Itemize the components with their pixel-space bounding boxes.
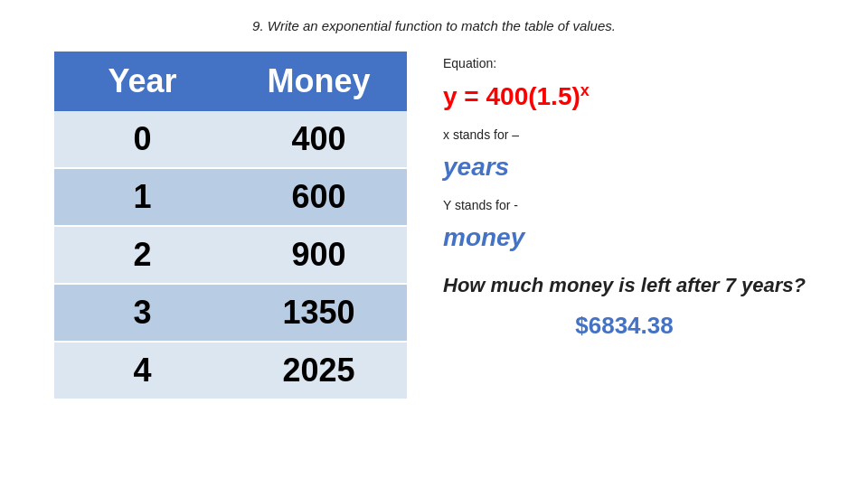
question-text: 9. Write an exponential function to matc… xyxy=(36,18,832,33)
col-header-money: Money xyxy=(231,52,407,111)
years-value: years xyxy=(443,153,806,182)
equation-formula: y = 400(1.5)x xyxy=(443,81,806,111)
table-row: 0400 xyxy=(54,111,407,168)
table-row: 42025 xyxy=(54,342,407,399)
money-cell: 600 xyxy=(231,168,407,226)
col-header-year: Year xyxy=(54,52,231,111)
equation-label: Equation: xyxy=(443,56,806,70)
year-cell: 2 xyxy=(54,226,231,284)
equation-base: y = 400(1.5)x xyxy=(443,82,590,110)
year-cell: 0 xyxy=(54,111,231,168)
equation-exponent: x xyxy=(580,81,590,99)
year-cell: 4 xyxy=(54,342,231,399)
money-cell: 2025 xyxy=(231,342,407,399)
money-cell: 400 xyxy=(231,111,407,168)
content-area: Year Money 0400160029003135042025 Equati… xyxy=(54,52,832,400)
data-table: Year Money 0400160029003135042025 xyxy=(54,52,407,400)
year-cell: 3 xyxy=(54,284,231,342)
money-value: money xyxy=(443,223,806,252)
table-row: 2900 xyxy=(54,226,407,284)
info-panel: Equation: y = 400(1.5)x x stands for – y… xyxy=(443,52,806,340)
how-much-question: How much money is left after 7 years? xyxy=(443,274,806,297)
money-cell: 1350 xyxy=(231,284,407,342)
year-cell: 1 xyxy=(54,168,231,226)
answer-value: $6834.38 xyxy=(443,312,806,340)
table-row: 1600 xyxy=(54,168,407,226)
y-stands-label: Y stands for - xyxy=(443,198,806,212)
money-cell: 900 xyxy=(231,226,407,284)
page: 9. Write an exponential function to matc… xyxy=(0,0,868,488)
x-stands-label: x stands for – xyxy=(443,127,806,142)
table-row: 31350 xyxy=(54,284,407,342)
